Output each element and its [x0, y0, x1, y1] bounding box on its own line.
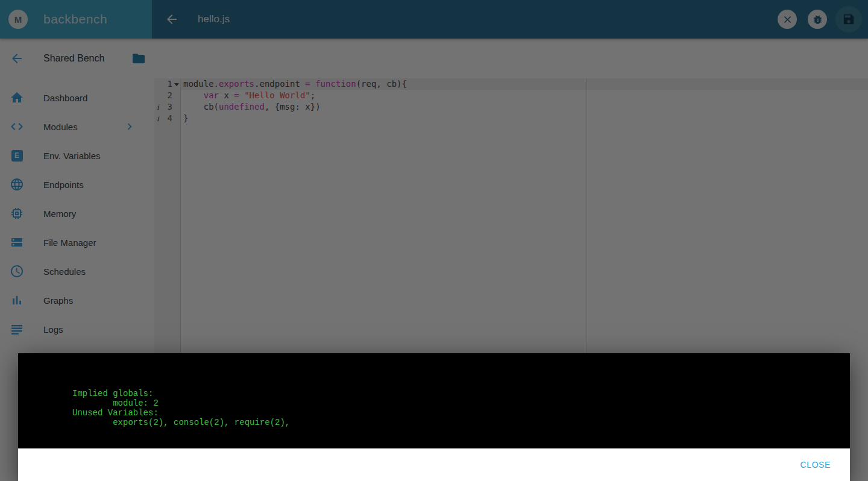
console-line: exports(2), console(2), require(2),: [72, 418, 838, 427]
close-button[interactable]: CLOSE: [794, 455, 837, 474]
console-line: module: 2: [72, 398, 838, 408]
console-line: Implied globals:: [72, 389, 838, 398]
app-root: M backbench hello.js: [0, 0, 868, 481]
console-line: Unused Variables:: [72, 408, 838, 418]
console-modal: Implied globals: module: 2Unused Variabl…: [18, 353, 850, 481]
console-output: Implied globals: module: 2Unused Variabl…: [18, 353, 850, 448]
modal-footer: CLOSE: [18, 448, 850, 481]
